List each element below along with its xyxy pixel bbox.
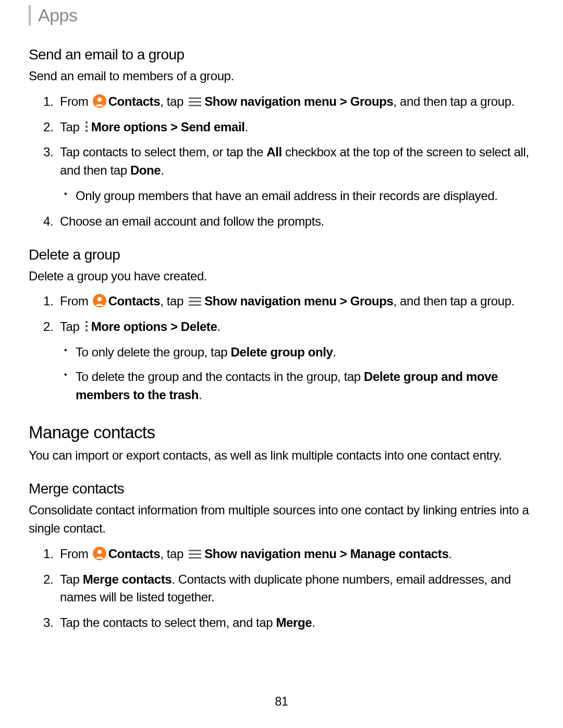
more-options-icon	[84, 121, 89, 132]
heading-send-email: Send an email to a group	[29, 46, 534, 63]
step-1: From Contacts, tap Show navigation menu …	[29, 93, 534, 111]
steps-send-email: From Contacts, tap Show navigation menu …	[29, 93, 534, 231]
svg-point-14	[85, 325, 88, 327]
svg-rect-12	[189, 304, 201, 306]
contacts-icon	[93, 294, 106, 307]
intro-manage-contacts: You can import or export contacts, as we…	[29, 447, 534, 465]
step-3: Tap contacts to select them, or tap the …	[29, 143, 534, 205]
svg-rect-18	[189, 550, 201, 551]
svg-point-13	[85, 321, 88, 323]
substep: Only group members that have an email ad…	[60, 187, 534, 205]
more-options-icon	[84, 320, 89, 332]
svg-rect-19	[189, 553, 201, 555]
hamburger-icon	[189, 97, 201, 106]
steps-merge-contacts: From Contacts, tap Show navigation menu …	[29, 545, 534, 632]
page-number: 81	[29, 695, 534, 709]
page-content: Apps Send an email to a group Send an em…	[0, 0, 563, 728]
heading-manage-contacts: Manage contacts	[29, 423, 534, 442]
substep: To delete the group and the contacts in …	[60, 368, 534, 404]
substeps: To only delete the group, tap Delete gro…	[60, 343, 534, 404]
svg-point-17	[97, 550, 102, 554]
intro-send-email: Send an email to members of a group.	[29, 67, 534, 85]
contacts-icon	[93, 547, 106, 560]
svg-rect-10	[189, 297, 201, 299]
step-4: Choose an email account and follow the p…	[29, 213, 534, 231]
step-3: Tap the contacts to select them, and tap…	[29, 614, 534, 632]
svg-point-1	[97, 97, 102, 102]
breadcrumb-label: Apps	[38, 5, 78, 25]
svg-point-15	[85, 329, 88, 331]
svg-rect-20	[189, 557, 201, 559]
svg-rect-4	[189, 105, 201, 106]
step-2: Tap Merge contacts. Contacts with duplic…	[29, 571, 534, 607]
breadcrumb: Apps	[29, 5, 534, 26]
svg-point-7	[85, 129, 88, 131]
svg-point-5	[85, 121, 88, 123]
contacts-icon	[93, 94, 106, 108]
svg-rect-2	[189, 97, 201, 99]
svg-point-9	[97, 297, 102, 301]
substep: To only delete the group, tap Delete gro…	[60, 343, 534, 362]
hamburger-icon	[189, 549, 201, 559]
step-1: From Contacts, tap Show navigation menu …	[29, 545, 534, 563]
hamburger-icon	[189, 297, 201, 306]
svg-rect-3	[189, 101, 201, 103]
svg-rect-11	[189, 301, 201, 302]
intro-merge-contacts: Consolidate contact information from mul…	[29, 501, 534, 538]
steps-delete-group: From Contacts, tap Show navigation menu …	[29, 292, 534, 404]
substeps: Only group members that have an email ad…	[60, 187, 534, 205]
step-2: Tap More options > Delete. To only delet…	[29, 318, 534, 404]
svg-point-6	[85, 125, 88, 127]
step-1: From Contacts, tap Show navigation menu …	[29, 292, 534, 311]
step-2: Tap More options > Send email.	[29, 118, 534, 137]
intro-delete-group: Delete a group you have created.	[29, 267, 534, 286]
heading-delete-group: Delete a group	[29, 246, 534, 263]
heading-merge-contacts: Merge contacts	[29, 480, 534, 497]
